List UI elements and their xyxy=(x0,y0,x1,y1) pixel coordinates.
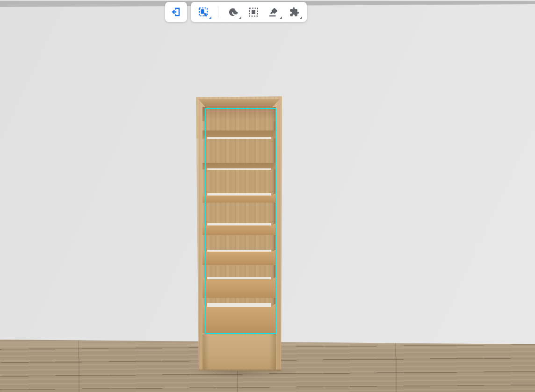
select-object-icon xyxy=(198,7,209,18)
exit-button[interactable] xyxy=(170,6,182,18)
dropdown-arrow-icon xyxy=(209,16,211,19)
marquee-select-button[interactable] xyxy=(248,6,259,18)
puzzle-piece-icon xyxy=(289,7,300,18)
bookcase-shelf xyxy=(202,303,276,333)
marquee-select-icon xyxy=(248,7,259,18)
replace-rotate-icon xyxy=(228,7,239,18)
bookcase-shelf xyxy=(202,163,276,170)
shelf-edge-highlight xyxy=(207,223,271,225)
shelf-surface xyxy=(202,277,276,298)
shelf-edge-highlight xyxy=(207,137,271,139)
shelf-edge-highlight xyxy=(207,277,271,279)
shelf-surface xyxy=(202,250,276,265)
bookcase-shelf xyxy=(202,223,276,235)
bookcase-bottom-compartment xyxy=(202,334,276,370)
shelf-edge-highlight xyxy=(207,168,271,170)
bookcase-interior xyxy=(202,107,276,370)
bookcase-left-side-sheen xyxy=(196,138,200,369)
bookcase-shelf xyxy=(202,250,276,265)
bookcase-shelf xyxy=(202,193,276,203)
shelf-surface xyxy=(202,303,276,333)
toolbar-separator xyxy=(218,6,218,18)
bookcase-top-bevel xyxy=(198,99,280,107)
stamp-tool-button[interactable] xyxy=(268,6,279,18)
planner-3d-viewport[interactable] xyxy=(0,0,535,392)
shelf-edge-highlight xyxy=(207,250,271,252)
bookcase-shelf xyxy=(202,277,276,298)
dropdown-arrow-icon xyxy=(300,16,302,19)
shelf-edge-highlight xyxy=(207,303,271,307)
toolbar-tools-group xyxy=(191,2,307,22)
stamp-tool-icon xyxy=(268,7,279,18)
dropdown-arrow-icon xyxy=(280,16,282,19)
exit-door-icon xyxy=(171,7,181,17)
replace-tool-button[interactable] xyxy=(227,6,239,18)
addons-button[interactable] xyxy=(289,6,300,18)
shelf-edge-highlight xyxy=(207,193,271,196)
dropdown-arrow-icon xyxy=(239,16,241,19)
bookcase-shelf xyxy=(202,131,276,139)
toolbar-exit-group xyxy=(165,2,187,22)
bookcase-3d-model[interactable] xyxy=(196,96,282,372)
select-tool-button[interactable] xyxy=(198,6,209,18)
